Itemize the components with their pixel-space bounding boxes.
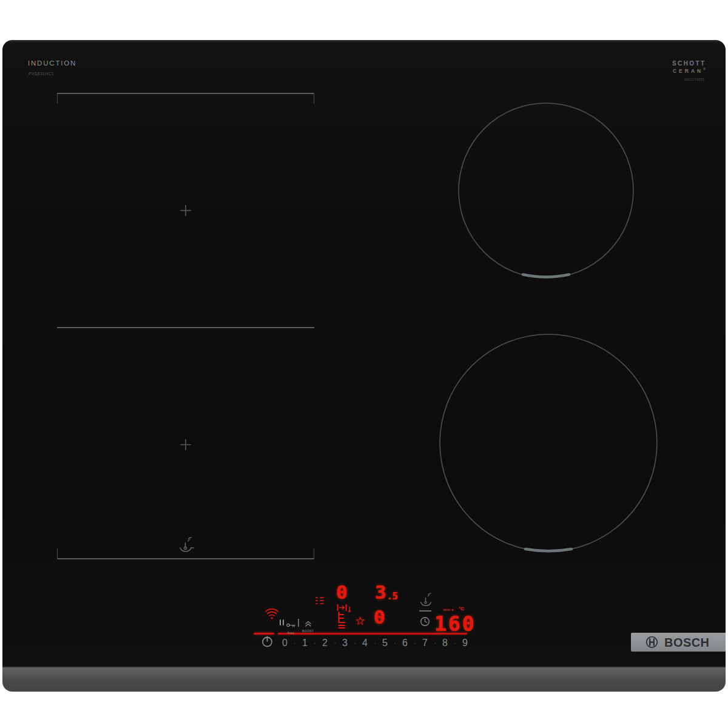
favorite-star-button[interactable]: ☆ xyxy=(355,615,365,627)
power-level-2[interactable]: 2 xyxy=(322,638,328,649)
power-level-8[interactable]: 8 xyxy=(442,638,448,649)
level-separator: · xyxy=(294,639,296,647)
boost-chevrons-icon xyxy=(305,621,312,627)
key-lock-button[interactable]: 4sec xyxy=(286,619,295,635)
zone-center-cross-icon xyxy=(179,204,192,217)
flex-zone-top-bracket xyxy=(57,93,314,104)
bosch-wordmark: BOSCH xyxy=(664,635,709,650)
power-level-0[interactable]: 0 xyxy=(282,638,288,649)
center-zone-level-display: 0 xyxy=(374,606,385,628)
induction-cooktop: INDUCTION PVS631HC1 SCHOTT CERAN® 900117… xyxy=(2,40,726,692)
glass-serial: 9001178555 xyxy=(684,78,704,81)
level-separator: · xyxy=(394,639,396,647)
wifi-icon xyxy=(265,608,278,620)
power-level-5[interactable]: 5 xyxy=(382,638,388,649)
boost-button[interactable]: BOOST xyxy=(302,618,314,633)
panel-indicator-line-left xyxy=(254,633,274,635)
power-level-3[interactable]: 3 xyxy=(342,638,348,649)
key-lock-hold-label: 4sec xyxy=(286,631,295,635)
bosch-logo-plate: BOSCH xyxy=(631,633,726,652)
induction-label: INDUCTION xyxy=(28,59,76,67)
power-level-9[interactable]: 9 xyxy=(462,638,468,649)
boost-label: BOOST xyxy=(302,629,314,633)
frying-sensor-icon[interactable] xyxy=(419,593,433,608)
zone-center-cross-icon xyxy=(179,438,192,451)
model-number: PVS631HC1 xyxy=(29,72,54,76)
power-level-row[interactable]: 0·1·2·3·4·5·6·7·8·9 xyxy=(282,638,468,649)
power-level-4[interactable]: 4 xyxy=(362,638,368,649)
timer-clock-icon[interactable] xyxy=(420,616,430,627)
flex-zone-divider-line xyxy=(57,327,314,328)
registered-mark: ® xyxy=(703,68,705,71)
level-separator: · xyxy=(434,639,436,647)
temperature-unit-label: °C xyxy=(459,606,464,612)
pause-icon[interactable] xyxy=(280,619,284,625)
power-level-1[interactable]: 1 xyxy=(302,638,308,649)
flex-level-indicator-icon xyxy=(315,597,324,604)
cooking-sensor-icon xyxy=(177,536,195,554)
bosch-symbol-icon xyxy=(645,636,658,649)
left-flex-zone-level-display: 0 xyxy=(336,581,348,603)
level-separator: · xyxy=(454,639,456,647)
key-icon xyxy=(286,622,295,628)
power-level-6[interactable]: 6 xyxy=(402,638,408,649)
panel-divider xyxy=(298,619,299,627)
schott-line1: SCHOTT xyxy=(672,60,706,68)
level-separator: · xyxy=(334,639,336,647)
level-separator: · xyxy=(374,639,376,647)
timer-unit-label: min s xyxy=(443,608,454,612)
front-trim xyxy=(2,666,726,692)
power-level-7[interactable]: 7 xyxy=(422,638,428,649)
temperature-level-glyph xyxy=(337,612,346,630)
schott-line2: CERAN® xyxy=(672,68,706,75)
product-image: INDUCTION PVS631HC1 SCHOTT CERAN® 900117… xyxy=(0,0,728,728)
cooking-zone-ring-bottom-right xyxy=(436,330,661,556)
timer-temperature-display: 160 xyxy=(434,612,476,636)
cooking-zone-ring-top-right xyxy=(453,97,639,284)
level-separator: · xyxy=(414,639,416,647)
right-zone-level-display: 3.5 xyxy=(375,581,398,603)
level-separator: · xyxy=(354,639,356,647)
frying-sensor-underline xyxy=(419,610,431,612)
schott-ceran-logo: SCHOTT CERAN® xyxy=(672,60,706,74)
level-separator: · xyxy=(314,639,316,647)
power-button[interactable] xyxy=(261,636,273,647)
